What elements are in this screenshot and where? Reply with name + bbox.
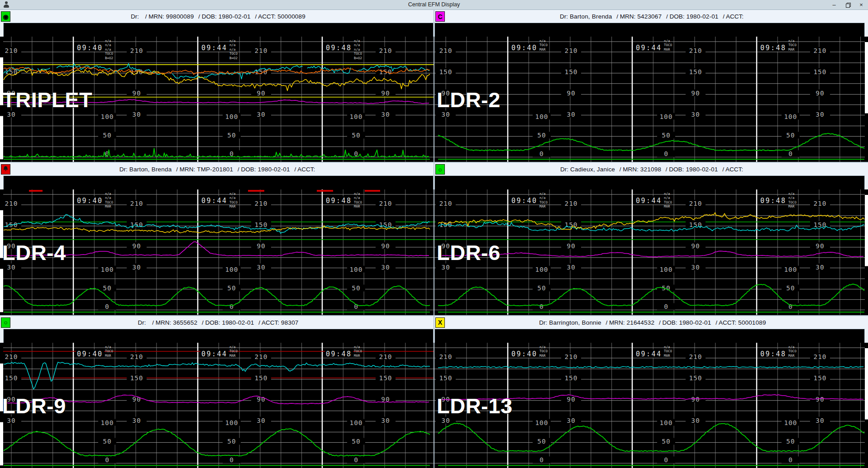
restore-button[interactable] — [841, 0, 854, 9]
mrn-value: TMP-201801 — [197, 166, 233, 173]
svg-text:210: 210 — [254, 353, 267, 360]
dr-label: Dr: — [131, 13, 139, 20]
efm-strip-chart[interactable]: 2101509030210150903021015090302101509030… — [0, 189, 434, 315]
patient-info-line: Dr:Barton, Brenda / MRN:5423067 / DOB:19… — [434, 10, 868, 23]
svg-text:TOCO: TOCO — [354, 52, 362, 56]
monitor-panel: Dr:Barton, Brenda / MRN:TMP-201801 / DOB… — [0, 163, 434, 315]
alarm-status-icon[interactable]: ○ — [1, 317, 10, 328]
svg-text:n/a: n/a — [788, 345, 795, 349]
svg-text:09:48: 09:48 — [760, 197, 787, 205]
alarm-status-glyph: ○ — [438, 166, 442, 173]
svg-text:50: 50 — [537, 132, 546, 139]
svg-text:90: 90 — [257, 242, 265, 250]
alarm-status-icon[interactable]: ◉ — [1, 11, 10, 22]
panel-header: Dr:Barton, Brenda / MRN:TMP-201801 / DOB… — [0, 163, 434, 175]
vitals-bar: BP:122/70P:-SpO2:-T:97.6 --:-- -/-/- --:… — [434, 175, 865, 189]
svg-text:210: 210 — [813, 47, 826, 54]
svg-text:MAR: MAR — [788, 205, 795, 209]
svg-text:09:48: 09:48 — [326, 44, 352, 52]
svg-text:210: 210 — [130, 200, 143, 207]
efm-strip-chart[interactable]: 2101509030210150903021015090302101509030… — [434, 343, 868, 468]
svg-text:50: 50 — [352, 438, 360, 445]
close-button[interactable]: × — [854, 0, 868, 9]
svg-text:30: 30 — [257, 111, 265, 118]
svg-text:100: 100 — [100, 419, 114, 426]
svg-text:90: 90 — [567, 242, 575, 250]
svg-text:09:40: 09:40 — [77, 197, 103, 205]
dob-value: 1980-02-01 — [219, 13, 251, 20]
panel-header: C Dr:Barton, Brenda / MRN:5423067 / DOB:… — [434, 10, 868, 23]
acct-label: / ACCT: — [258, 319, 279, 326]
bed-label: LDR-4 — [2, 242, 66, 263]
svg-text:0: 0 — [105, 456, 110, 463]
svg-text:210: 210 — [689, 200, 702, 207]
svg-text:30: 30 — [132, 111, 141, 118]
svg-text:09:44: 09:44 — [636, 44, 662, 52]
vitals-bar: BP:136/88P:-SpO2:-T:99 09:35 5 / 90 / 0 … — [3, 175, 434, 189]
mrn-label: / MRN: — [616, 13, 635, 20]
svg-text:n/a: n/a — [105, 39, 111, 43]
alarm-status-glyph: C — [438, 14, 442, 20]
svg-text:210: 210 — [564, 200, 577, 207]
alarm-status-icon[interactable] — [1, 164, 10, 175]
alarm-status-icon[interactable]: ○ — [435, 164, 445, 175]
efm-strip-chart[interactable]: 2101509030210150903021015090302101509030… — [0, 37, 434, 162]
svg-text:30: 30 — [132, 416, 141, 424]
svg-text:MAR: MAR — [664, 354, 670, 358]
monitor-panel: ◉ Dr: / MRN:99800089 / DOB:1980-02-01 / … — [0, 10, 434, 162]
patient-info-line: Dr: / MRN:3655652 / DOB:1980-02-01 / ACC… — [0, 316, 434, 329]
svg-text:50: 50 — [103, 438, 111, 445]
svg-text:n/a: n/a — [229, 39, 236, 43]
svg-text:90: 90 — [381, 90, 390, 97]
svg-text:n/a: n/a — [664, 345, 670, 349]
svg-text:0: 0 — [664, 150, 668, 157]
svg-text:B=O2: B=O2 — [105, 56, 113, 60]
svg-text:B=O2: B=O2 — [229, 56, 238, 60]
bed-label: LDR-6 — [437, 242, 501, 263]
minimize-button[interactable]: – — [827, 0, 841, 9]
dob-label: / DOB: — [666, 13, 685, 20]
svg-text:50: 50 — [352, 132, 360, 139]
svg-text:0: 0 — [788, 150, 793, 157]
bed-label: TRIPLET — [2, 89, 92, 110]
svg-text:210: 210 — [5, 353, 18, 360]
svg-text:09:48: 09:48 — [326, 350, 352, 358]
panel-grid: ◉ Dr: / MRN:99800089 / DOB:1980-02-01 / … — [0, 10, 868, 468]
dob-label: / DOB: — [238, 166, 256, 173]
svg-text:0: 0 — [664, 303, 668, 311]
alarm-status-icon[interactable]: X — [435, 317, 445, 328]
acct-value: 98307 — [281, 319, 299, 326]
svg-text:100: 100 — [100, 113, 114, 120]
svg-text:n/a: n/a — [105, 345, 111, 349]
svg-text:150: 150 — [564, 374, 577, 381]
svg-text:100: 100 — [784, 113, 797, 120]
svg-text:TOCO: TOCO — [354, 349, 362, 353]
mrn-label: / MRN: — [152, 319, 171, 326]
efm-strip-chart[interactable]: 2101509030210150903021015090302101509030… — [434, 37, 868, 162]
svg-text:90: 90 — [691, 395, 700, 402]
efm-strip-chart[interactable]: 2101509030210150903021015090302101509030… — [434, 189, 868, 315]
dr-label: Dr: — [560, 166, 568, 173]
restore-icon — [846, 3, 850, 7]
svg-text:210: 210 — [254, 200, 267, 207]
svg-text:09:40: 09:40 — [77, 44, 103, 52]
svg-text:210: 210 — [439, 200, 452, 207]
svg-text:30: 30 — [257, 264, 265, 271]
svg-text:150: 150 — [439, 68, 452, 76]
svg-text:90: 90 — [691, 242, 700, 250]
dr-label: Dr: — [560, 13, 568, 20]
mrn-value: 321098 — [640, 166, 661, 173]
svg-text:n/a: n/a — [105, 192, 111, 196]
svg-text:30: 30 — [7, 264, 15, 271]
efm-strip-chart[interactable]: 2101509030210150903021015090302101509030… — [0, 343, 434, 468]
svg-text:TOCO: TOCO — [788, 43, 797, 47]
mrn-value: 21644532 — [626, 319, 654, 326]
svg-text:0: 0 — [539, 303, 544, 311]
alarm-status-icon[interactable]: C — [435, 11, 445, 22]
alarm-status-glyph: X — [438, 319, 442, 326]
svg-text:MAR: MAR — [539, 354, 546, 358]
patient-info-line: Dr:Barrington, Bonnie / MRN:21644532 / D… — [434, 316, 868, 329]
svg-text:90: 90 — [257, 395, 265, 402]
dr-value: Barrington, Bonnie — [549, 319, 601, 326]
svg-text:150: 150 — [439, 374, 452, 381]
